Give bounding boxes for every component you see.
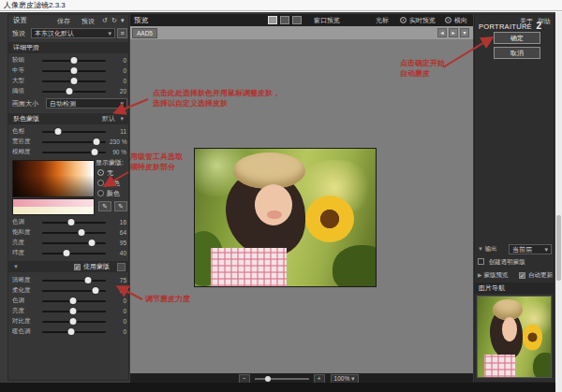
slider-track[interactable] — [42, 290, 106, 292]
chevron-down-icon: ▾ — [120, 113, 124, 124]
preset-dropdown[interactable]: 本东汉化默认 ▾ — [31, 28, 115, 38]
page-scrollbar[interactable] — [555, 12, 562, 392]
slider-track[interactable] — [42, 152, 106, 153]
cursor-menu[interactable]: 光标 — [376, 16, 389, 25]
transparency-mask-checkbox[interactable]: 创建透明蒙版 — [478, 256, 553, 268]
slider-thumb[interactable] — [69, 298, 76, 304]
redo-icon[interactable]: ↻ — [111, 16, 117, 25]
radio-icon[interactable] — [97, 190, 104, 196]
slider-track[interactable] — [42, 131, 106, 133]
slider-track[interactable] — [42, 300, 106, 302]
slider-thumb[interactable] — [55, 128, 62, 135]
slider-row-large: 大型 0 — [12, 76, 126, 86]
tab-menu-icon[interactable]: ▾ — [460, 28, 469, 37]
show-mask-option-none[interactable]: 无 — [97, 168, 113, 178]
radio-icon[interactable] — [445, 17, 451, 23]
slider-track[interactable] — [42, 321, 106, 323]
eyedropper-add-icon[interactable]: ✎ — [98, 201, 111, 211]
slider-label: 亮度 — [12, 307, 38, 315]
enhancements-options-button[interactable] — [117, 263, 126, 271]
checkbox-icon[interactable]: ✓ — [519, 272, 525, 279]
show-mask-option-color[interactable]: 颜色 — [97, 189, 120, 198]
tab-prev-icon[interactable]: ◂ — [437, 28, 447, 37]
show-mask-option-gray[interactable]: 灰色 — [97, 179, 120, 188]
skin-mask-header[interactable]: 肤色蒙版 默认 ▾ — [8, 113, 128, 124]
slider-thumb[interactable] — [69, 308, 76, 314]
realtime-preview-radio[interactable]: 实时预览 — [400, 16, 436, 25]
slider-thumb[interactable] — [91, 149, 97, 155]
slider-thumb[interactable] — [71, 78, 78, 84]
option-label: 无 — [107, 169, 113, 176]
chevron-down-icon: ▾ — [544, 245, 548, 254]
slider-row-fuzziness: 模糊度 90 % — [12, 147, 126, 157]
scrollbar-thumb[interactable] — [556, 215, 561, 281]
slider-track[interactable] — [42, 331, 106, 333]
zoom-slider[interactable] — [255, 378, 309, 380]
slider-track[interactable] — [42, 222, 106, 224]
radio-icon[interactable] — [97, 169, 104, 176]
slider-track[interactable] — [42, 141, 106, 143]
undo-icon[interactable]: ↺ — [102, 16, 108, 25]
slider-thumb[interactable] — [89, 240, 96, 246]
auto-update-checkbox[interactable]: ✓自动更新 — [519, 269, 553, 281]
tab-next-icon[interactable]: ▸ — [449, 28, 458, 37]
checkbox-icon[interactable] — [478, 258, 484, 265]
output-dropdown[interactable]: 当前层 ▾ — [509, 244, 552, 254]
window-preview-menu[interactable]: 窗口预览 — [314, 16, 340, 25]
slider-label: 对比度 — [12, 317, 38, 326]
slider-value: 230 % — [110, 138, 126, 145]
slider-track[interactable] — [42, 253, 106, 254]
slider-thumb[interactable] — [63, 250, 69, 256]
slider-thumb[interactable] — [79, 229, 85, 236]
checkbox-icon[interactable]: ✓ — [74, 264, 81, 270]
slider-thumb[interactable] — [69, 318, 76, 325]
slider-thumb[interactable] — [67, 219, 74, 225]
eyedropper-remove-icon[interactable]: ✎ — [114, 201, 127, 211]
about-menu[interactable]: 关于 — [520, 17, 533, 26]
skin-mask-preset[interactable]: 默认 — [102, 113, 115, 124]
cancel-button[interactable]: 取消 — [494, 47, 540, 59]
split-horizontal-view-icon[interactable] — [280, 16, 289, 24]
enhancements-header[interactable]: ▼ ✓使用蒙版 — [8, 261, 128, 272]
preview-photo[interactable] — [194, 148, 377, 287]
radio-icon[interactable] — [97, 180, 104, 186]
save-menu[interactable]: 保存 — [57, 17, 70, 26]
slider-track[interactable] — [42, 70, 106, 72]
panel-menu-icon[interactable]: ▾ — [121, 16, 125, 25]
picture-size-dropdown[interactable]: 自动检测 ▾ — [46, 98, 127, 109]
single-view-icon[interactable] — [268, 16, 277, 24]
split-vertical-view-icon[interactable] — [292, 16, 302, 24]
slider-track[interactable] — [42, 280, 106, 282]
preset-menu[interactable]: 预设 — [81, 17, 95, 26]
slider-row-brightness2: 亮度 0 — [12, 306, 126, 316]
slider-row-tone: 色调 16 — [12, 217, 126, 227]
detail-smoothing-header[interactable]: 详细平滑 — [8, 42, 128, 53]
slider-thumb[interactable] — [84, 277, 91, 283]
ok-button[interactable]: 确定 — [494, 32, 540, 44]
help-menu[interactable]: 帮助 — [538, 17, 551, 26]
tri-down-icon: ▼ — [478, 246, 483, 252]
use-mask-checkbox[interactable]: ✓使用蒙版 — [74, 261, 110, 272]
slider-thumb[interactable] — [67, 328, 74, 335]
navigator-thumbnail[interactable] — [477, 296, 552, 378]
plaid-dress-shape — [211, 248, 287, 286]
zoom-slider-thumb[interactable] — [265, 376, 271, 382]
slider-track[interactable] — [42, 80, 106, 82]
slider-thumb[interactable] — [93, 287, 99, 294]
slider-thumb[interactable] — [71, 67, 78, 74]
option-label: 灰色 — [107, 180, 120, 186]
preset-options-button[interactable]: ≡ — [117, 28, 127, 38]
slider-thumb[interactable] — [66, 88, 72, 94]
mask-preview-row[interactable]: ▶ 蒙版预览 ✓自动更新 — [478, 269, 553, 281]
radio-icon[interactable] — [400, 17, 407, 23]
slider-track[interactable] — [42, 311, 106, 312]
image-tab[interactable]: AAD5 — [132, 28, 157, 38]
slider-track[interactable] — [42, 232, 106, 234]
orientation-radio[interactable]: 横向 — [445, 16, 467, 25]
skin-color-field[interactable] — [12, 160, 95, 197]
slider-track[interactable] — [42, 91, 106, 93]
slider-track[interactable] — [42, 60, 106, 62]
slider-thumb[interactable] — [71, 57, 78, 64]
slider-track[interactable] — [42, 242, 106, 244]
slider-thumb[interactable] — [93, 138, 99, 145]
